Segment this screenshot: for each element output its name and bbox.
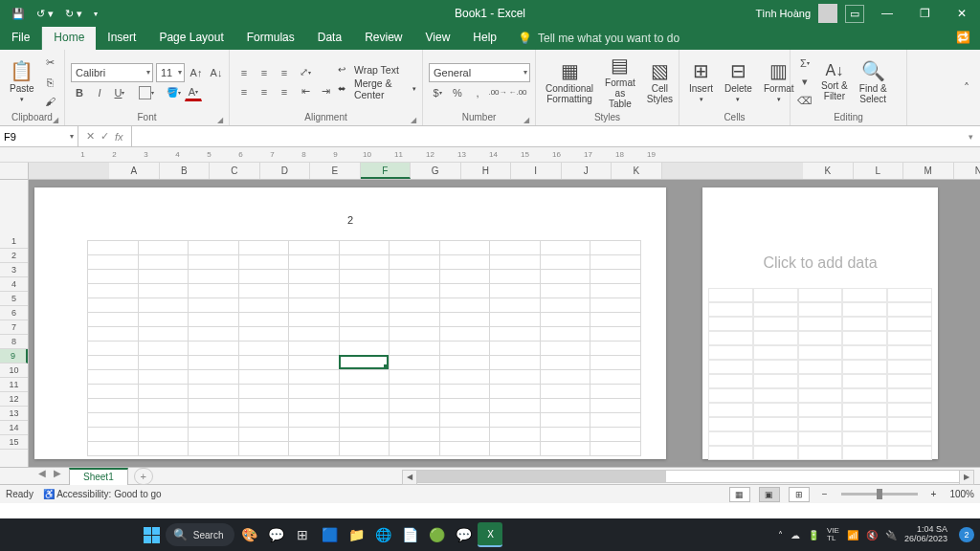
cell[interactable] xyxy=(440,255,491,270)
cell[interactable] xyxy=(88,399,139,413)
cell[interactable] xyxy=(289,298,340,313)
cell[interactable] xyxy=(440,241,491,255)
align-left-icon[interactable]: ≡ xyxy=(235,83,253,100)
cell[interactable] xyxy=(708,360,753,374)
cell[interactable] xyxy=(440,327,491,342)
align-top-icon[interactable]: ≡ xyxy=(235,64,253,81)
cell[interactable] xyxy=(887,317,932,331)
cell[interactable] xyxy=(708,446,753,460)
cell[interactable] xyxy=(239,327,290,342)
cell[interactable] xyxy=(842,302,887,317)
find-select-button[interactable]: 🔍Find & Select xyxy=(856,58,891,106)
col-header-L[interactable]: L xyxy=(854,163,904,179)
maximize-button[interactable]: ❐ xyxy=(910,3,940,24)
cell[interactable] xyxy=(239,255,290,270)
cell[interactable] xyxy=(887,417,932,431)
decrease-indent-icon[interactable]: ⇤ xyxy=(297,83,314,100)
col-header-G[interactable]: G xyxy=(411,163,461,179)
cell[interactable] xyxy=(753,417,798,431)
cell-styles-button[interactable]: ▧Cell Styles xyxy=(643,58,677,106)
insert-cells-button[interactable]: ⊞Insert▾ xyxy=(685,58,717,105)
cell[interactable] xyxy=(753,446,798,460)
cell[interactable] xyxy=(490,356,541,370)
cell[interactable] xyxy=(887,302,932,317)
taskbar-word-icon[interactable]: 📄 xyxy=(397,522,422,547)
tab-file[interactable]: File xyxy=(0,27,42,50)
format-as-table-button[interactable]: ▤Format as Table xyxy=(601,53,639,111)
cell[interactable] xyxy=(139,413,189,428)
row-header-4[interactable]: 4 xyxy=(0,277,28,292)
cell[interactable] xyxy=(390,442,440,456)
cell[interactable] xyxy=(708,345,753,360)
cell[interactable] xyxy=(798,317,843,331)
col-header-D[interactable]: D xyxy=(260,163,311,179)
close-button[interactable]: ✕ xyxy=(947,3,976,24)
clear-icon[interactable]: ⌫ xyxy=(796,93,813,110)
cell[interactable] xyxy=(189,399,239,413)
cell[interactable] xyxy=(88,255,139,270)
cell[interactable] xyxy=(390,342,440,356)
cell[interactable] xyxy=(798,417,843,431)
cell[interactable] xyxy=(798,360,843,374)
cell[interactable] xyxy=(798,446,843,460)
page-header[interactable]: 2 xyxy=(347,214,353,226)
cell[interactable] xyxy=(541,370,591,385)
tray-clock[interactable]: 1:04 SA 26/06/2023 xyxy=(904,525,951,544)
cell[interactable] xyxy=(189,313,239,327)
merge-center-button[interactable]: ⬌ Merge & Center ▾ xyxy=(338,77,416,100)
accessibility-status[interactable]: ♿ Accessibility: Good to go xyxy=(43,489,162,499)
cell[interactable] xyxy=(340,370,390,385)
tab-page-layout[interactable]: Page Layout xyxy=(147,27,234,50)
row-header-9[interactable]: 9 xyxy=(0,349,28,364)
font-color-button[interactable]: A▾ xyxy=(185,84,202,101)
sheet-nav-prev[interactable]: ◀ xyxy=(38,468,54,485)
cell[interactable] xyxy=(189,270,239,284)
cell[interactable] xyxy=(798,288,843,302)
row-header-8[interactable]: 8 xyxy=(0,335,28,349)
alignment-dialog-launcher[interactable]: ◢ xyxy=(411,116,416,124)
cell[interactable] xyxy=(440,413,491,428)
cell[interactable] xyxy=(590,356,641,370)
cell[interactable] xyxy=(340,413,390,428)
cell[interactable] xyxy=(390,284,440,298)
cell[interactable] xyxy=(753,431,798,446)
number-dialog-launcher[interactable]: ◢ xyxy=(523,116,529,124)
tray-onedrive-icon[interactable]: ☁ xyxy=(791,530,800,540)
cell[interactable] xyxy=(189,327,239,342)
cell[interactable] xyxy=(887,374,932,388)
tab-data[interactable]: Data xyxy=(306,27,353,50)
font-name-select[interactable]: Calibri xyxy=(71,63,153,82)
cell[interactable] xyxy=(541,442,591,456)
cancel-formula-icon[interactable]: ✕ xyxy=(86,130,95,143)
cell[interactable] xyxy=(753,403,798,417)
cell[interactable] xyxy=(189,241,239,255)
minimize-button[interactable]: — xyxy=(872,3,902,24)
clipboard-dialog-launcher[interactable]: ◢ xyxy=(53,116,58,124)
cell[interactable] xyxy=(590,385,641,399)
cell[interactable] xyxy=(88,298,139,313)
align-bottom-icon[interactable]: ≡ xyxy=(276,64,293,81)
col-header-I[interactable]: I xyxy=(511,163,562,179)
conditional-formatting-button[interactable]: ▦Conditional Formatting xyxy=(542,58,597,106)
cell[interactable] xyxy=(887,388,932,403)
row-header-14[interactable]: 14 xyxy=(0,421,28,435)
cell[interactable] xyxy=(887,431,932,446)
cell[interactable] xyxy=(708,403,753,417)
cell[interactable] xyxy=(139,385,189,399)
format-painter-icon[interactable]: 🖌 xyxy=(42,93,59,110)
cell[interactable] xyxy=(189,356,239,370)
row-header-12[interactable]: 12 xyxy=(0,392,28,407)
wrap-text-button[interactable]: ↩ Wrap Text xyxy=(338,64,416,76)
sheet-nav-next[interactable]: ▶ xyxy=(54,468,69,485)
cell[interactable] xyxy=(490,270,541,284)
cell[interactable] xyxy=(798,302,843,317)
cell[interactable] xyxy=(390,385,440,399)
row-header-6[interactable]: 6 xyxy=(0,306,28,320)
cell[interactable] xyxy=(189,413,239,428)
zoom-out-button[interactable]: − xyxy=(818,489,832,499)
cell[interactable] xyxy=(590,370,641,385)
fill-color-button[interactable]: 🪣▾ xyxy=(165,84,182,101)
decrease-decimal-icon[interactable]: ←.00 xyxy=(509,84,526,101)
cell[interactable] xyxy=(189,442,239,456)
name-box[interactable]: F9 xyxy=(0,126,78,146)
